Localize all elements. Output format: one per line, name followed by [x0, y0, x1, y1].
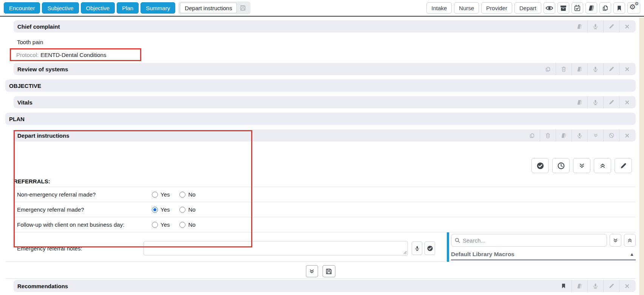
radio-yes[interactable]	[152, 192, 158, 198]
radio-no[interactable]	[179, 207, 185, 213]
book-icon	[576, 66, 583, 72]
trash-icon	[545, 132, 551, 139]
radio-label: No	[188, 191, 195, 198]
nav-button-plan[interactable]: Plan	[117, 2, 139, 14]
copy-button[interactable]	[524, 129, 540, 141]
bookmark-button[interactable]	[556, 280, 571, 292]
radio-no[interactable]	[179, 222, 185, 228]
question-label: Non-emergency referral made?	[14, 191, 152, 198]
nav-button-subjective[interactable]: Subjective	[42, 2, 79, 14]
mic-icon	[592, 283, 599, 289]
book-button[interactable]	[571, 20, 587, 32]
macro-collapse-all-button[interactable]	[624, 234, 636, 247]
trash-button[interactable]	[540, 129, 556, 141]
notes-confirm-button[interactable]	[425, 241, 435, 255]
section-title: Review of systems	[17, 66, 68, 72]
resize-handle-icon[interactable]	[403, 251, 407, 254]
radio-option-no[interactable]: No	[179, 206, 195, 213]
eye-icon	[545, 4, 553, 12]
protocol-label: Protocol:	[16, 52, 39, 58]
pencil-icon	[608, 283, 615, 289]
history-button[interactable]	[552, 158, 570, 173]
referral-question-row: Emergency referral made? Yes No	[14, 202, 636, 217]
edit-button[interactable]	[615, 158, 632, 173]
section-title: Depart instructions	[17, 132, 69, 139]
radio-option-yes[interactable]: Yes	[152, 206, 170, 213]
book-button[interactable]	[571, 96, 587, 108]
complete-button[interactable]	[531, 158, 549, 173]
radio-option-no[interactable]: No	[179, 191, 195, 198]
nav-button-provider[interactable]: Provider	[481, 2, 512, 14]
nav-button-intake[interactable]: Intake	[426, 2, 452, 14]
nav-button-depart[interactable]: Depart	[514, 2, 541, 14]
radio-option-no[interactable]: No	[179, 221, 195, 228]
copy-chart-button[interactable]	[599, 2, 611, 14]
settings-button[interactable]: ⚙⚙	[627, 2, 640, 14]
calendar-button[interactable]	[571, 2, 583, 14]
close-button[interactable]	[619, 63, 635, 75]
radio-option-yes[interactable]: Yes	[152, 191, 170, 198]
close-icon	[624, 283, 630, 289]
ban-button[interactable]	[603, 129, 619, 141]
nav-button-encounter[interactable]: Encounter	[4, 2, 40, 14]
pencil-button[interactable]	[603, 280, 619, 292]
copy-icon	[545, 66, 551, 72]
protocol-row: Protocol: EENTD-Dental Conditions	[10, 48, 141, 61]
scrollbar-track[interactable]	[639, 17, 644, 295]
close-button[interactable]	[619, 96, 635, 108]
save-icon[interactable]	[239, 5, 246, 11]
library-button[interactable]	[585, 2, 597, 14]
bookmark-button[interactable]	[613, 2, 625, 14]
book-button[interactable]	[556, 129, 571, 141]
save-button[interactable]	[323, 265, 335, 277]
copy-button[interactable]	[540, 63, 556, 75]
macro-library-header[interactable]: Default Library Macros ▲	[451, 249, 636, 260]
nav-button-objective[interactable]: Objective	[81, 2, 115, 14]
close-button[interactable]	[619, 20, 635, 32]
book-button[interactable]	[571, 63, 587, 75]
collapse-button[interactable]	[587, 129, 603, 141]
mic-button[interactable]	[571, 129, 587, 141]
radio-no[interactable]	[179, 192, 185, 198]
expand-all-button[interactable]	[573, 158, 590, 173]
collapse-all-button[interactable]	[594, 158, 611, 173]
book-icon	[576, 283, 583, 289]
nav-button-summary[interactable]: Summary	[141, 2, 175, 14]
close-button[interactable]	[619, 280, 635, 292]
radio-yes[interactable]	[152, 222, 158, 228]
pencil-button[interactable]	[603, 96, 619, 108]
section-title: OBJECTIVE	[9, 83, 41, 89]
section-header-review-of-systems: Review of systems	[14, 63, 636, 75]
emergency-notes-row: Emergency referral notes:	[5, 232, 446, 262]
pencil-button[interactable]	[603, 63, 619, 75]
radio-group: Yes No	[152, 191, 196, 198]
view-button[interactable]	[544, 2, 555, 14]
radio-option-yes[interactable]: Yes	[152, 221, 170, 228]
mic-button[interactable]	[587, 96, 603, 108]
app-window: Encounter Subjective Objective Plan Summ…	[0, 0, 644, 295]
pencil-button[interactable]	[603, 20, 619, 32]
tab-depart-instructions[interactable]: Depart instructions	[180, 3, 237, 13]
close-button[interactable]	[619, 129, 635, 141]
copy-icon	[529, 132, 535, 139]
mic-button[interactable]	[587, 63, 603, 75]
nav-button-nurse[interactable]: Nurse	[454, 2, 479, 14]
macro-expand-all-button[interactable]	[610, 234, 621, 247]
mic-button[interactable]	[587, 20, 603, 32]
trash-button[interactable]	[556, 63, 571, 75]
calendar-check-icon	[574, 5, 581, 12]
tab-label: Depart instructions	[185, 5, 232, 11]
radio-yes[interactable]	[152, 207, 158, 213]
radio-label: Yes	[161, 206, 170, 213]
close-icon	[624, 66, 630, 72]
notes-mic-button[interactable]	[412, 241, 422, 255]
macro-library-title: Default Library Macros	[451, 251, 514, 258]
macro-search-input[interactable]	[463, 237, 604, 244]
emergency-notes-textarea[interactable]	[144, 241, 408, 255]
radio-label: No	[188, 206, 195, 213]
archive-button[interactable]	[558, 2, 569, 14]
expand-more-button[interactable]	[306, 265, 318, 277]
mic-icon	[592, 66, 599, 72]
book-button[interactable]	[571, 280, 587, 292]
mic-button[interactable]	[587, 280, 603, 292]
